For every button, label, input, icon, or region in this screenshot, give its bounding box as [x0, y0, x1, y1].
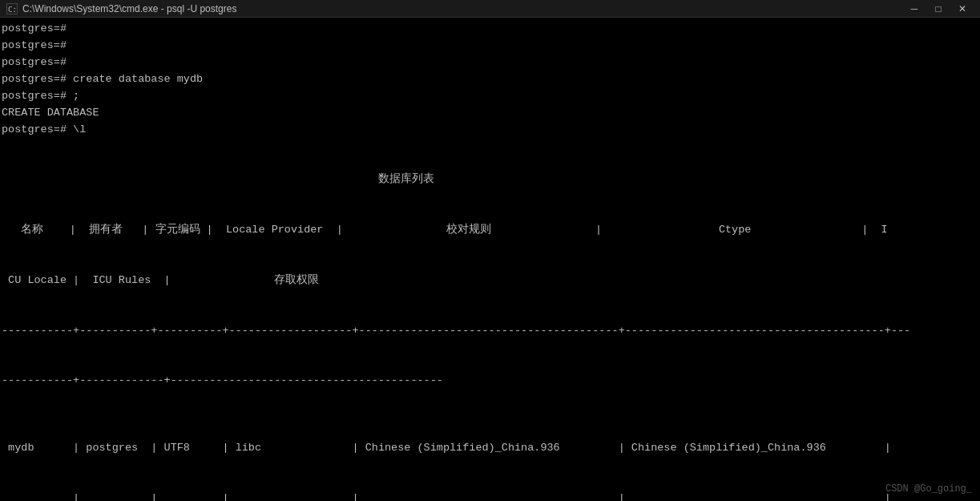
- separator1: -----------+-----------+----------+-----…: [2, 323, 978, 340]
- line-4: postgres=# create database mydb: [2, 71, 978, 88]
- title-bar-left: C: C:\Windows\System32\cmd.exe - psql -U…: [6, 3, 236, 14]
- line-3: postgres=#: [2, 55, 978, 71]
- watermark: CSDN @Go_going_: [885, 483, 972, 495]
- line-2: postgres=#: [2, 38, 978, 55]
- svg-text:C:: C:: [8, 6, 17, 14]
- line-6: CREATE DATABASE: [2, 105, 978, 122]
- terminal-window: postgres=# postgres=# postgres=# postgre…: [0, 18, 980, 501]
- window-controls: ─ □ ✕: [903, 2, 974, 16]
- cmd-icon: C:: [6, 3, 18, 14]
- title-bar: C: C:\Windows\System32\cmd.exe - psql -U…: [0, 0, 980, 18]
- line-5: postgres=# ;: [2, 88, 978, 105]
- row-mydb-2: | | | | | |: [2, 491, 978, 501]
- window-title: C:\Windows\System32\cmd.exe - psql -U po…: [22, 3, 236, 14]
- column-headers2: CU Locale | ICU Rules | 存取权限: [2, 273, 978, 289]
- close-button[interactable]: ✕: [951, 2, 974, 16]
- line-1: postgres=#: [2, 21, 978, 38]
- table-area: 数据库列表 名称 | 拥有者 | 字元编码 | Locale Provider …: [2, 138, 978, 501]
- row-mydb-1: mydb | postgres | UTF8 | libc | Chinese …: [2, 440, 978, 457]
- maximize-button[interactable]: □: [927, 2, 950, 16]
- table-header: 数据库列表: [2, 172, 978, 188]
- column-headers: 名称 | 拥有者 | 字元编码 | Locale Provider | 校对规则…: [2, 222, 978, 239]
- line-7: postgres=# \l: [2, 122, 978, 139]
- minimize-button[interactable]: ─: [903, 2, 926, 16]
- separator2: -----------+-------------+--------------…: [2, 373, 978, 390]
